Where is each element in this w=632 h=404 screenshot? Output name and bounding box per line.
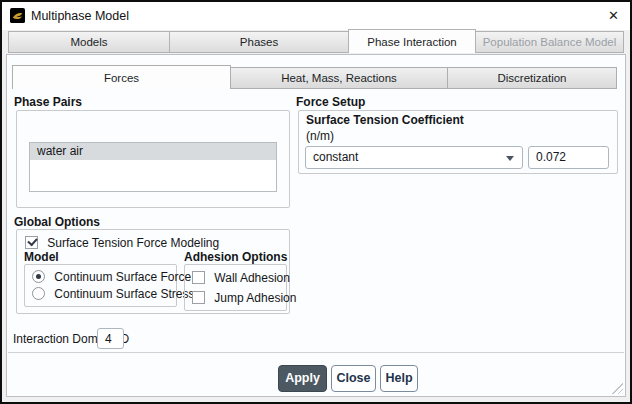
close-button[interactable]: Close (331, 365, 376, 392)
unit-label: (n/m) (306, 129, 334, 143)
checkbox-unchecked-icon[interactable] (192, 271, 205, 284)
footer-separator (8, 352, 624, 353)
adhesion-options-heading: Adhesion Options (184, 250, 287, 264)
help-button[interactable]: Help (380, 365, 418, 392)
checkbox-label: Wall Adhesion (214, 271, 290, 285)
radio-selected-icon[interactable] (32, 270, 45, 283)
multiphase-model-dialog: Multiphase Model ✕ Models Phases Phase I… (0, 0, 632, 404)
coefficient-method-dropdown[interactable]: constant (305, 146, 523, 169)
radio-unselected-icon[interactable] (32, 287, 45, 300)
checkbox-checked-icon[interactable] (25, 236, 38, 249)
surface-tension-modeling-checkbox-row[interactable]: Surface Tension Force Modeling (25, 235, 219, 249)
radio-label: Continuum Surface Force (54, 270, 191, 284)
fluent-app-icon (10, 8, 25, 23)
phase-pairs-list[interactable]: water air (29, 142, 277, 192)
coefficient-value-field[interactable]: 0.072 (528, 146, 609, 169)
radio-continuum-surface-force[interactable]: Continuum Surface Force (32, 269, 191, 283)
radio-continuum-surface-stress[interactable]: Continuum Surface Stress (32, 286, 194, 300)
tab-population-balance-model: Population Balance Model (475, 31, 624, 53)
model-heading: Model (24, 250, 59, 264)
titlebar[interactable]: Multiphase Model ✕ (2, 2, 630, 30)
tab-heat-mass-reactions[interactable]: Heat, Mass, Reactions (230, 67, 448, 89)
apply-button[interactable]: Apply (278, 365, 327, 392)
close-icon[interactable]: ✕ (604, 6, 623, 25)
dropdown-selected-value: constant (313, 150, 358, 164)
tab-forces[interactable]: Forces (12, 65, 231, 89)
jump-adhesion-checkbox-row[interactable]: Jump Adhesion (192, 290, 296, 304)
tab-phase-interaction[interactable]: Phase Interaction (348, 29, 476, 53)
checkbox-unchecked-icon[interactable] (192, 291, 205, 304)
phase-interaction-panel: Forces Heat, Mass, Reactions Discretizat… (6, 54, 626, 397)
surface-tension-coefficient-heading: Surface Tension Coefficient (306, 113, 464, 127)
phase-pairs-heading: Phase Pairs (14, 95, 82, 109)
checkbox-label: Jump Adhesion (214, 291, 296, 305)
global-options-heading: Global Options (14, 215, 100, 229)
interaction-domain-id-field[interactable]: 4 (97, 328, 124, 349)
list-item-water-air[interactable]: water air (30, 143, 276, 160)
checkbox-label: Surface Tension Force Modeling (47, 236, 219, 250)
tab-models[interactable]: Models (8, 31, 170, 53)
force-setup-heading: Force Setup (296, 95, 365, 109)
wall-adhesion-checkbox-row[interactable]: Wall Adhesion (192, 270, 290, 284)
tab-phases[interactable]: Phases (169, 31, 349, 53)
radio-label: Continuum Surface Stress (54, 287, 194, 301)
tab-discretization[interactable]: Discretization (447, 67, 617, 89)
chevron-down-icon (506, 156, 514, 161)
window-title: Multiphase Model (31, 2, 129, 30)
resize-grip-icon[interactable] (610, 381, 623, 394)
main-tab-bar: Models Phases Phase Interaction Populati… (8, 29, 624, 53)
